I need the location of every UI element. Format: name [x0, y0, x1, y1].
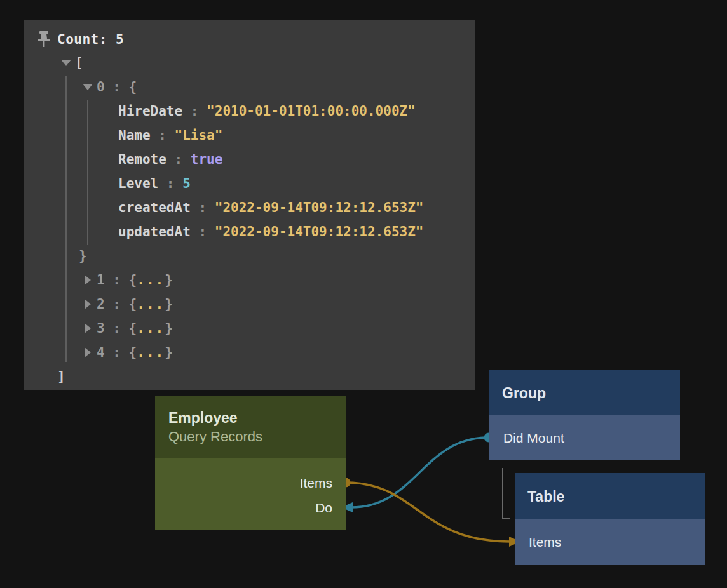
node-employee-body: Items Do: [155, 458, 346, 530]
token-key: HireDate: [118, 104, 182, 119]
data-inspector-panel: Count: 5 [0 : {HireDate : "2010-01-01T01…: [24, 20, 475, 390]
tree-row: 0 : {: [24, 75, 475, 99]
token-muted: {: [129, 272, 137, 288]
token-muted: }: [79, 248, 87, 264]
token-punct: :: [105, 321, 129, 336]
token-muted: 3: [97, 321, 105, 336]
tree-row: 4 : {...}: [24, 340, 475, 364]
tree-row: 3 : {...}: [24, 316, 475, 340]
token-string: "2022-09-14T09:12:12.653Z": [215, 200, 424, 215]
node-subtitle: Query Records: [168, 427, 346, 446]
token-muted: 0: [97, 79, 105, 95]
tree-row: Remote : true: [24, 147, 475, 171]
port-items-output[interactable]: Items: [155, 471, 346, 495]
token-muted: 4: [97, 345, 105, 360]
triangle-glyph: [85, 347, 91, 357]
node-group[interactable]: Group Did Mount: [489, 370, 680, 460]
token-muted: }: [165, 345, 173, 360]
token-string: "Lisa": [175, 128, 223, 143]
token-muted: }: [165, 321, 173, 336]
tree-row: createdAt : "2022-09-14T09:12:12.653Z": [24, 196, 475, 220]
tree-row: }: [24, 244, 475, 268]
tree-row: [: [24, 51, 475, 75]
wire-didmount-to-do[interactable]: [351, 438, 489, 507]
triangle-glyph: [83, 84, 93, 90]
tree-row: updatedAt : "2022-09-14T09:12:12.653Z": [24, 220, 475, 244]
token-string: "2010-01-01T01:00:00.000Z": [207, 104, 416, 119]
token-muted: }: [165, 272, 173, 288]
node-title: Table: [527, 487, 705, 506]
tree-row: 2 : {...}: [24, 292, 475, 316]
wire-items-to-items[interactable]: [346, 483, 510, 542]
token-number: 5: [182, 176, 191, 191]
token-key: Remote: [118, 152, 166, 167]
port-label: Do: [315, 500, 332, 516]
tree-row: Name : "Lisa": [24, 123, 475, 147]
triangle-glyph: [85, 299, 91, 309]
port-didmount-output[interactable]: Did Mount: [489, 415, 680, 460]
triangle-glyph: [85, 323, 91, 333]
token-punct: :: [158, 176, 182, 191]
node-title: Group: [502, 384, 680, 403]
token-punct: :: [105, 297, 129, 312]
token-punct: :: [166, 152, 191, 167]
token-punct: :: [105, 345, 129, 360]
token-key: createdAt: [118, 200, 191, 215]
pin-icon[interactable]: [36, 31, 52, 48]
token-muted: {: [129, 297, 137, 312]
expand-arrow-icon[interactable]: [79, 271, 97, 289]
token-dots: ...: [137, 297, 165, 312]
hierarchy-connector-line: [503, 468, 510, 518]
token-plain: ]: [57, 369, 65, 384]
node-title: Employee: [168, 408, 346, 427]
indent-guide: [65, 76, 67, 362]
indent-guide: [87, 100, 88, 245]
port-label: Items: [300, 476, 332, 491]
node-table[interactable]: Table Items: [515, 473, 705, 565]
tree-row: 1 : {...}: [24, 268, 475, 292]
port-do-input[interactable]: Do: [155, 495, 346, 520]
port-label: Items: [529, 535, 561, 550]
token-punct: :: [105, 272, 129, 288]
tree-row: ]: [24, 364, 475, 389]
token-muted: {: [129, 321, 137, 336]
token-bool: true: [191, 152, 223, 167]
token-dots: ...: [137, 321, 165, 336]
node-editor-canvas[interactable]: { "colors": { "canvas_bg": "#131313", "p…: [0, 0, 727, 588]
port-label: Did Mount: [503, 431, 564, 446]
tree-row: HireDate : "2010-01-01T01:00:00.000Z": [24, 99, 475, 123]
token-dots: ...: [137, 345, 165, 360]
collapse-arrow-icon[interactable]: [57, 54, 75, 72]
tree-row: Level : 5: [24, 171, 475, 196]
inspector-tree: [0 : {HireDate : "2010-01-01T01:00:00.00…: [24, 51, 475, 389]
triangle-glyph: [85, 275, 91, 285]
collapse-arrow-icon[interactable]: [79, 78, 97, 96]
token-punct: :: [191, 200, 215, 215]
node-table-header: Table: [515, 473, 705, 519]
token-muted: {: [129, 345, 137, 360]
token-muted: {: [129, 79, 137, 95]
expand-arrow-icon[interactable]: [79, 319, 97, 337]
token-plain: [: [75, 55, 83, 70]
token-muted: 2: [97, 297, 105, 312]
inspector-count-label: Count: 5: [57, 32, 124, 47]
inspector-header: Count: 5: [24, 28, 475, 51]
token-string: "2022-09-14T09:12:12.653Z": [215, 224, 424, 239]
token-key: Level: [118, 176, 158, 191]
node-employee-header: Employee Query Records: [155, 396, 346, 458]
node-employee[interactable]: Employee Query Records Items Do: [155, 396, 346, 530]
expand-arrow-icon[interactable]: [79, 344, 97, 361]
token-key: Name: [118, 128, 151, 143]
port-items-input[interactable]: Items: [515, 519, 705, 565]
node-table-body: Items: [515, 519, 705, 565]
expand-arrow-icon[interactable]: [79, 295, 97, 313]
token-punct: :: [105, 79, 129, 95]
token-key: updatedAt: [118, 224, 191, 239]
node-group-body: Did Mount: [489, 415, 680, 460]
token-punct: :: [191, 224, 215, 239]
token-muted: 1: [97, 272, 105, 288]
node-group-header: Group: [489, 370, 680, 415]
token-punct: :: [151, 128, 175, 143]
token-dots: ...: [137, 272, 165, 288]
token-muted: }: [165, 297, 173, 312]
